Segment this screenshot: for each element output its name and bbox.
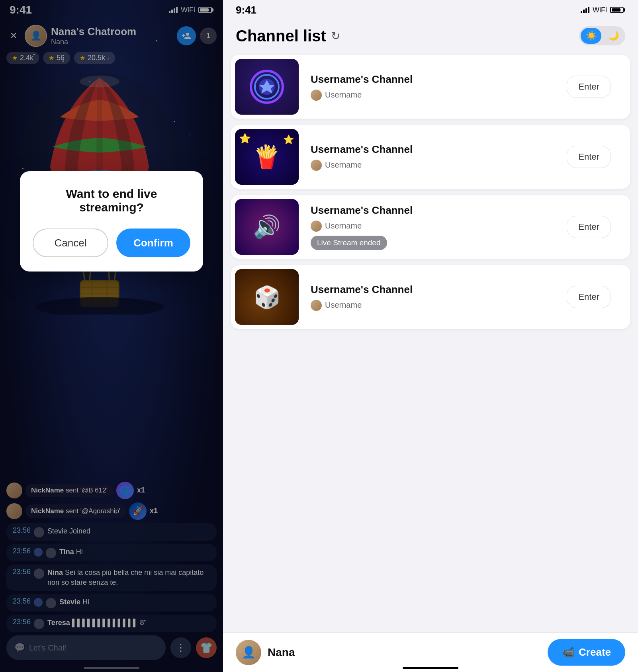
status-bar-right: 9:41 WiFi (223, 0, 638, 20)
channel-username-4: Username (325, 301, 362, 310)
channel-user-avatar-1 (311, 90, 322, 101)
enter-button-2[interactable]: Enter (567, 146, 611, 168)
signal-icon-right (581, 7, 589, 13)
create-label: Create (579, 646, 611, 658)
wifi-icon-right: WiFi (593, 6, 607, 14)
channel-name-3: Username's Channel (311, 204, 559, 217)
right-panel: 9:41 WiFi Channel list ↻ ☀️ 🌙 (223, 0, 638, 672)
channel-name-4: Username's Channel (311, 283, 559, 296)
channel-name-2: Username's Channel (311, 143, 559, 156)
channel-thumb-4: 🎲 (235, 269, 299, 325)
channel-card-3: 🔊 Username's Channel Username Live Strea… (231, 195, 630, 259)
channel-right-4: Enter (567, 286, 630, 308)
channel-info-2: Username's Channel Username (303, 137, 567, 177)
bottom-user-bar: 👤 Nana 📹 Create (223, 632, 638, 672)
channel-user-row-3: Username (311, 221, 559, 232)
left-panel: 9:41 WiFi ✕ 👤 Nana's Chatroom Nana (0, 0, 223, 672)
channel-thumb-1 (235, 59, 299, 115)
channel-list-title: Channel list (236, 27, 326, 45)
channel-thumb-icon-3: 🔊 (253, 214, 281, 240)
channel-card-4: 🎲 Username's Channel Username Enter (231, 265, 630, 329)
create-button[interactable]: 📹 Create (548, 639, 625, 666)
bottom-username: Nana (268, 646, 541, 659)
channel-user-row-2: Username (311, 160, 559, 171)
channel-username-3: Username (325, 221, 362, 231)
create-icon: 📹 (562, 646, 575, 658)
channel-info-4: Username's Channel Username (303, 277, 567, 317)
modal-title: Want to end live streaming? (33, 187, 190, 214)
channel-header: Channel list ↻ ☀️ 🌙 (223, 20, 638, 52)
channel-right-1: Enter (567, 76, 630, 98)
live-stream-ended-badge: Live Stream ended (311, 236, 387, 250)
channel-card-2: 🍟 ⭐ ⭐ Username's Channel Username Enter (231, 125, 630, 189)
channel-username-1: Username (325, 90, 362, 100)
modal-overlay: Want to end live streaming? Cancel Confi… (0, 0, 223, 672)
battery-right (610, 7, 625, 13)
channel-thumb-icon-2: 🍟 (253, 144, 281, 170)
channel-user-row-4: Username (311, 300, 559, 311)
enter-button-4[interactable]: Enter (567, 286, 611, 308)
bottom-user-avatar: 👤 (236, 640, 261, 665)
channel-card-1: Username's Channel Username Enter (231, 55, 630, 119)
channel-user-row-1: Username (311, 90, 559, 101)
enter-button-1[interactable]: Enter (567, 76, 611, 98)
end-stream-modal: Want to end live streaming? Cancel Confi… (20, 171, 203, 272)
status-icons-right: WiFi (581, 6, 625, 14)
channel-user-avatar-3 (311, 221, 322, 232)
channel-right-2: Enter (567, 146, 630, 168)
channel-user-avatar-4 (311, 300, 322, 311)
channel-info-1: Username's Channel Username (303, 67, 567, 107)
channel-thumb-3: 🔊 (235, 199, 299, 255)
theme-toggle[interactable]: ☀️ 🌙 (579, 26, 625, 45)
cancel-button[interactable]: Cancel (33, 229, 108, 257)
channel-name-1: Username's Channel (311, 73, 559, 86)
refresh-icon[interactable]: ↻ (331, 29, 340, 43)
home-indicator-right (403, 667, 458, 669)
channel-user-avatar-2 (311, 160, 322, 171)
light-theme-button[interactable]: ☀️ (581, 28, 601, 44)
channel-thumb-2: 🍟 ⭐ ⭐ (235, 129, 299, 185)
confirm-button[interactable]: Confirm (116, 229, 190, 257)
channel-right-3: Enter (567, 216, 630, 238)
channel-title-row: Channel list ↻ (236, 27, 340, 45)
dark-theme-button[interactable]: 🌙 (603, 28, 624, 44)
channel-list: Username's Channel Username Enter 🍟 ⭐ ⭐ … (223, 52, 638, 632)
channel-thumb-icon-4: 🎲 (254, 285, 280, 310)
channel-info-3: Username's Channel Username Live Stream … (303, 198, 567, 256)
channel-username-2: Username (325, 160, 362, 170)
time-right: 9:41 (236, 4, 256, 16)
enter-button-3[interactable]: Enter (567, 216, 611, 238)
modal-buttons: Cancel Confirm (33, 229, 190, 257)
